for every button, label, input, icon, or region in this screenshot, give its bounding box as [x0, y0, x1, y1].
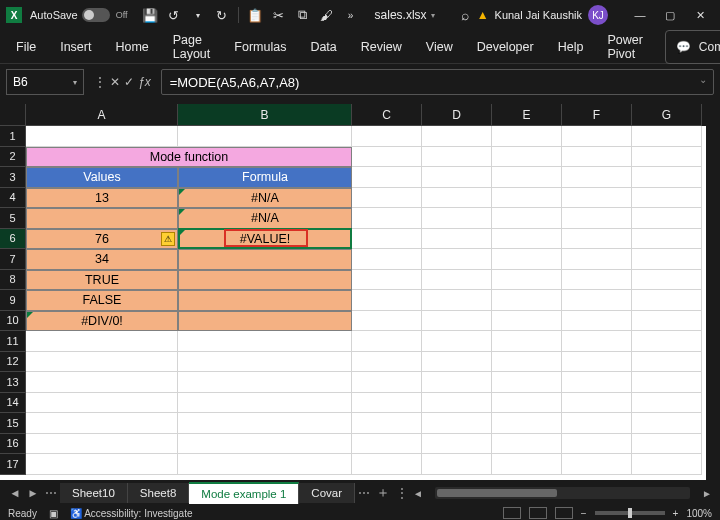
cell[interactable] [632, 208, 702, 229]
cell[interactable] [562, 167, 632, 188]
search-icon[interactable]: ⌕ [461, 7, 469, 23]
hscroll-right-icon[interactable]: ► [700, 488, 714, 499]
row-header[interactable]: 13 [0, 372, 26, 393]
cell-active[interactable]: #VALUE! [178, 229, 352, 250]
col-header-d[interactable]: D [422, 104, 492, 126]
cell[interactable]: #N/A [178, 188, 352, 209]
cell[interactable] [178, 352, 352, 373]
tab-file[interactable]: File [14, 34, 38, 60]
cell[interactable] [352, 331, 422, 352]
cell[interactable] [562, 208, 632, 229]
sheet-overflow-icon[interactable]: ⋯ [355, 486, 373, 500]
fx-icon[interactable]: ƒx [138, 75, 151, 89]
cell[interactable] [352, 434, 422, 455]
cell[interactable]: TRUE [26, 270, 178, 291]
cell[interactable] [632, 352, 702, 373]
sheet-tab-active[interactable]: Mode example 1 [189, 482, 299, 504]
cell[interactable] [178, 249, 352, 270]
hscroll-left-icon[interactable]: ◄ [411, 488, 425, 499]
grid-body[interactable]: 1 2 Mode function 3 Values Formula 4 13 … [0, 126, 720, 480]
col-header-b[interactable]: B [178, 104, 352, 126]
cell[interactable]: #N/A [178, 208, 352, 229]
formula-input[interactable]: =MODE(A5,A6,A7,A8) ⌄ [161, 69, 714, 95]
cell[interactable] [422, 290, 492, 311]
row-header[interactable]: 9 [0, 290, 26, 311]
cell[interactable] [632, 188, 702, 209]
cell[interactable] [352, 147, 422, 168]
macro-record-icon[interactable]: ▣ [49, 508, 58, 519]
cell[interactable] [632, 413, 702, 434]
scrollbar-thumb[interactable] [437, 489, 557, 497]
cell[interactable] [178, 454, 352, 475]
row-header[interactable]: 8 [0, 270, 26, 291]
cell[interactable] [562, 372, 632, 393]
cell[interactable] [422, 352, 492, 373]
chevron-down-icon[interactable]: ▾ [431, 11, 435, 20]
cell[interactable] [422, 249, 492, 270]
cell[interactable] [26, 454, 178, 475]
cell[interactable] [178, 290, 352, 311]
zoom-slider[interactable] [595, 511, 665, 515]
tab-formulas[interactable]: Formulas [232, 34, 288, 60]
cell[interactable] [352, 372, 422, 393]
tab-view[interactable]: View [424, 34, 455, 60]
cell[interactable] [492, 188, 562, 209]
cell[interactable] [492, 434, 562, 455]
row-header[interactable]: 16 [0, 434, 26, 455]
tab-home[interactable]: Home [113, 34, 150, 60]
cell[interactable] [422, 188, 492, 209]
cell[interactable] [492, 270, 562, 291]
comments-button[interactable]: 💬 Comments [665, 30, 720, 64]
cell[interactable] [562, 352, 632, 373]
cell[interactable] [632, 167, 702, 188]
qat-overflow-icon[interactable]: » [341, 5, 361, 25]
row-header[interactable]: 11 [0, 331, 26, 352]
cell[interactable] [492, 208, 562, 229]
cell[interactable] [26, 413, 178, 434]
cell[interactable] [562, 147, 632, 168]
cell[interactable] [26, 126, 178, 147]
cell[interactable] [178, 393, 352, 414]
cell[interactable] [26, 331, 178, 352]
cell[interactable] [352, 393, 422, 414]
zoom-level[interactable]: 100% [686, 508, 712, 519]
undo-dropdown-icon[interactable]: ▾ [188, 5, 208, 25]
cell[interactable] [422, 331, 492, 352]
cell[interactable] [352, 126, 422, 147]
cell[interactable] [422, 393, 492, 414]
row-header[interactable]: 15 [0, 413, 26, 434]
horizontal-scrollbar[interactable] [435, 487, 690, 499]
row-header[interactable]: 6 [0, 229, 26, 250]
cell[interactable] [422, 229, 492, 250]
cell[interactable] [562, 393, 632, 414]
cell[interactable] [178, 413, 352, 434]
cell[interactable] [422, 270, 492, 291]
avatar[interactable]: KJ [588, 5, 608, 25]
cell[interactable] [492, 413, 562, 434]
cell[interactable] [562, 126, 632, 147]
vertical-scrollbar[interactable] [706, 104, 720, 480]
row-header[interactable]: 17 [0, 454, 26, 475]
cell[interactable] [26, 352, 178, 373]
row-header[interactable]: 1 [0, 126, 26, 147]
cell[interactable] [632, 147, 702, 168]
cell[interactable] [26, 393, 178, 414]
cell-header-values[interactable]: Values [26, 167, 178, 188]
cell[interactable] [422, 413, 492, 434]
row-header[interactable]: 10 [0, 311, 26, 332]
user-account[interactable]: ▲ Kunal Jai Kaushik KJ [477, 5, 608, 25]
cell[interactable]: #DIV/0! [26, 311, 178, 332]
sheet-nav-menu[interactable]: ⋯ [42, 486, 60, 500]
enter-icon[interactable]: ✓ [124, 75, 134, 89]
cell[interactable] [492, 331, 562, 352]
row-header[interactable]: 2 [0, 147, 26, 168]
cell[interactable] [492, 393, 562, 414]
cell[interactable] [178, 372, 352, 393]
zoom-out-icon[interactable]: − [581, 508, 587, 519]
cell[interactable]: 34 [26, 249, 178, 270]
cell[interactable] [352, 413, 422, 434]
cancel-icon[interactable]: ✕ [110, 75, 120, 89]
cell[interactable] [632, 126, 702, 147]
cell[interactable] [562, 270, 632, 291]
cell[interactable] [632, 249, 702, 270]
